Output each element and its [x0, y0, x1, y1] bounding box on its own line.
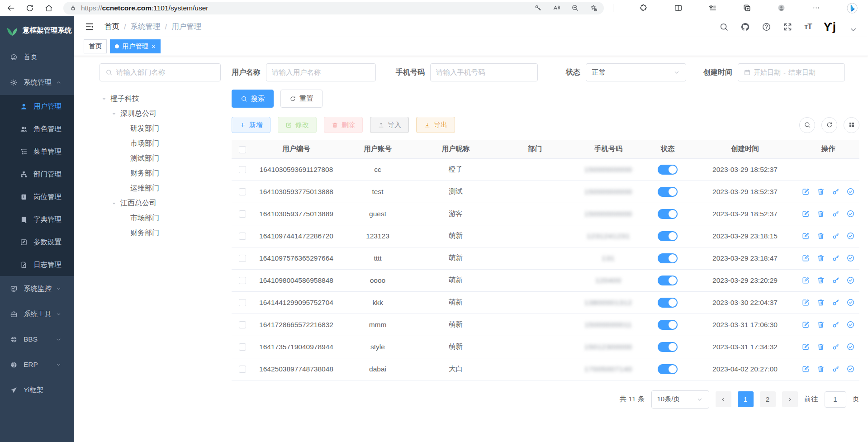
- edit-row-icon[interactable]: [802, 365, 810, 373]
- page-button-1[interactable]: 1: [738, 391, 754, 407]
- assign-role-icon[interactable]: [846, 187, 855, 196]
- delete-row-icon[interactable]: [816, 298, 825, 307]
- zoom-out-icon[interactable]: [571, 4, 579, 12]
- reset-password-icon[interactable]: [831, 254, 840, 262]
- tab-用户管理[interactable]: 用户管理×: [110, 39, 161, 53]
- sidebar-item-字典管理[interactable]: 字典管理: [0, 208, 74, 231]
- edit-row-icon[interactable]: [802, 276, 810, 285]
- phone-field[interactable]: [430, 63, 538, 81]
- sidebar-item-系统监控[interactable]: 系统监控: [0, 276, 74, 301]
- import-button[interactable]: 导入: [370, 117, 409, 133]
- profile-avatar[interactable]: [777, 4, 786, 12]
- status-toggle[interactable]: [658, 165, 678, 175]
- sidebar-item-日志管理[interactable]: 日志管理: [0, 253, 74, 276]
- tab-首页[interactable]: 首页: [84, 39, 107, 53]
- sidebar-item-参数设置[interactable]: 参数设置: [0, 231, 74, 253]
- tree-node-财务部门[interactable]: 财务部门: [100, 226, 221, 241]
- delete-row-icon[interactable]: [816, 232, 825, 240]
- row-checkbox[interactable]: [239, 255, 246, 262]
- refresh-table-button[interactable]: [821, 117, 837, 133]
- status-toggle[interactable]: [658, 276, 678, 285]
- assign-role-icon[interactable]: [846, 320, 855, 329]
- url-text[interactable]: https://ccnetcore.com:1101/system/user: [81, 4, 530, 12]
- reset-password-icon[interactable]: [831, 276, 840, 285]
- delete-row-icon[interactable]: [816, 209, 825, 218]
- next-page-button[interactable]: [782, 391, 798, 407]
- sidebar-item-岗位管理[interactable]: 岗位管理: [0, 185, 74, 208]
- assign-role-icon[interactable]: [846, 254, 855, 262]
- assign-role-icon[interactable]: [846, 342, 855, 351]
- tree-node-研发部门[interactable]: 研发部门: [100, 121, 221, 136]
- close-icon[interactable]: ×: [152, 43, 156, 50]
- fullscreen-icon[interactable]: [783, 22, 792, 32]
- status-toggle[interactable]: [658, 320, 678, 330]
- edit-row-icon[interactable]: [802, 209, 810, 218]
- sidebar-item-系统管理[interactable]: 系统管理: [0, 70, 74, 95]
- columns-button[interactable]: [844, 117, 859, 133]
- export-button[interactable]: 导出: [416, 117, 455, 133]
- edit-row-icon[interactable]: [802, 342, 810, 351]
- edit-button[interactable]: 修改: [278, 117, 317, 133]
- help-icon[interactable]: [762, 22, 771, 32]
- username-input[interactable]: [272, 68, 370, 76]
- sidebar-item-Yi框架[interactable]: Yi框架: [0, 377, 74, 403]
- show-search-button[interactable]: [799, 117, 815, 133]
- browser-home-icon[interactable]: [44, 4, 53, 13]
- tree-node-运维部门[interactable]: 运维部门: [100, 181, 221, 196]
- font-size-icon[interactable]: ᴛT: [804, 22, 812, 31]
- search-button[interactable]: 搜索: [232, 90, 274, 108]
- reset-password-icon[interactable]: [831, 298, 840, 307]
- status-toggle[interactable]: [658, 187, 678, 197]
- reset-password-icon[interactable]: [831, 232, 840, 240]
- edit-row-icon[interactable]: [802, 320, 810, 329]
- tree-node-市场部门[interactable]: 市场部门: [100, 211, 221, 226]
- sidebar-item-首页[interactable]: 首页: [0, 44, 74, 70]
- sidebar-item-系统工具[interactable]: 系统工具: [0, 301, 74, 327]
- more-menu-icon[interactable]: [812, 4, 821, 12]
- split-screen-icon[interactable]: [674, 4, 683, 12]
- sidebar-item-BBS[interactable]: BBS: [0, 327, 74, 352]
- breadcrumb-item-首页[interactable]: 首页: [104, 22, 119, 32]
- assign-role-icon[interactable]: [846, 298, 855, 307]
- favorites-icon[interactable]: [708, 4, 717, 12]
- status-select[interactable]: 正常: [586, 63, 686, 81]
- prev-page-button[interactable]: [716, 391, 731, 407]
- github-icon[interactable]: [740, 22, 750, 32]
- reset-password-icon[interactable]: [831, 342, 840, 351]
- date-range-picker[interactable]: 开始日期 - 结束日期: [738, 63, 845, 81]
- reset-password-icon[interactable]: [831, 187, 840, 196]
- edit-row-icon[interactable]: [802, 298, 810, 307]
- status-toggle[interactable]: [658, 253, 678, 263]
- row-checkbox[interactable]: [239, 343, 246, 351]
- read-aloud-icon[interactable]: [553, 4, 560, 12]
- edit-row-icon[interactable]: [802, 187, 810, 196]
- browser-refresh-icon[interactable]: [25, 4, 34, 13]
- extensions-icon[interactable]: [639, 4, 648, 12]
- row-checkbox[interactable]: [239, 321, 246, 328]
- reset-password-icon[interactable]: [831, 320, 840, 329]
- page-size-select[interactable]: 10条/页: [651, 390, 709, 409]
- row-checkbox[interactable]: [239, 277, 246, 284]
- reset-button[interactable]: 重置: [280, 90, 323, 108]
- collections-icon[interactable]: [743, 4, 751, 12]
- tree-node-深圳总公司[interactable]: 深圳总公司: [100, 106, 221, 121]
- add-favorite-icon[interactable]: [590, 4, 598, 12]
- password-icon[interactable]: [534, 4, 542, 12]
- date-start-placeholder[interactable]: 开始日期: [754, 68, 781, 77]
- status-toggle[interactable]: [658, 342, 678, 352]
- dept-search-field[interactable]: [100, 63, 221, 81]
- address-bar[interactable]: https://ccnetcore.com:1101/system/user: [63, 2, 604, 14]
- assign-role-icon[interactable]: [846, 232, 855, 240]
- tree-node-江西总公司[interactable]: 江西总公司: [100, 196, 221, 211]
- row-checkbox[interactable]: [239, 366, 246, 373]
- delete-row-icon[interactable]: [816, 187, 825, 196]
- assign-role-icon[interactable]: [846, 365, 855, 373]
- sidebar-item-ERP[interactable]: ERP: [0, 352, 74, 377]
- edit-row-icon[interactable]: [802, 232, 810, 240]
- sidebar-item-角色管理[interactable]: 角色管理: [0, 118, 74, 140]
- reset-password-icon[interactable]: [831, 209, 840, 218]
- date-end-placeholder[interactable]: 结束日期: [788, 68, 816, 77]
- collapse-sidebar-icon[interactable]: [85, 22, 95, 32]
- tree-node-橙子科技[interactable]: 橙子科技: [100, 91, 221, 106]
- row-checkbox[interactable]: [239, 166, 246, 173]
